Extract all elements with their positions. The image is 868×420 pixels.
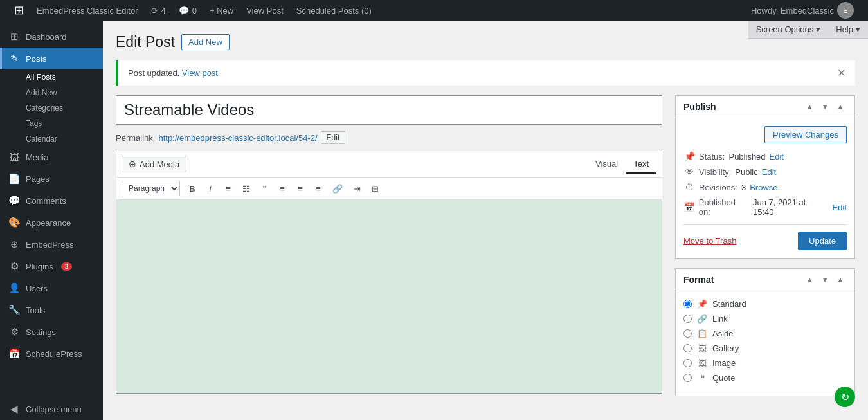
- add-new-button[interactable]: Add New: [181, 34, 230, 50]
- link-button[interactable]: 🔗: [328, 180, 347, 197]
- help-chevron: ▾: [856, 24, 860, 34]
- format-standard-label[interactable]: Standard: [712, 299, 746, 309]
- admin-menu: ⊞ Dashboard ✎ Posts All Posts Add New Ca…: [0, 21, 103, 420]
- status-edit-link[interactable]: Edit: [770, 152, 784, 161]
- visibility-icon: 👁: [683, 167, 695, 177]
- blockquote-icon: ": [263, 184, 266, 194]
- sidebar-item-all-posts[interactable]: All Posts: [0, 69, 103, 85]
- site-name-item[interactable]: EmbedPress Classic Editor: [30, 0, 145, 21]
- new-item[interactable]: + New: [203, 0, 240, 21]
- sidebar-item-categories[interactable]: Categories: [0, 100, 103, 116]
- sidebar-item-plugins[interactable]: ⚙ Plugins 3: [0, 255, 103, 277]
- sidebar-item-pages[interactable]: 📄 Pages: [0, 168, 103, 190]
- editor-wrap: ⊕ Add Media Visual Text Paragraph: [116, 151, 662, 394]
- align-left-button[interactable]: ≡: [274, 180, 291, 197]
- paragraph-select[interactable]: Paragraph: [122, 181, 180, 196]
- visibility-edit-link[interactable]: Edit: [762, 167, 776, 177]
- table-button[interactable]: ⊞: [366, 180, 383, 197]
- format-gallery-label[interactable]: Gallery: [712, 343, 739, 353]
- screen-options-button[interactable]: Screen Options ▾: [748, 21, 829, 39]
- revisions-browse-link[interactable]: Browse: [750, 183, 777, 192]
- published-row: 📅 Published on: Jun 7, 2021 at 15:40 Edi…: [683, 197, 847, 217]
- scheduled-label: Scheduled Posts (0): [296, 6, 372, 15]
- help-button[interactable]: Help ▾: [828, 21, 868, 39]
- updates-count: 4: [161, 6, 166, 15]
- notice-message: Post updated.: [128, 68, 179, 78]
- sidebar-item-users[interactable]: 👤 Users: [0, 277, 103, 299]
- format-link-radio[interactable]: [683, 315, 692, 323]
- update-button[interactable]: Update: [798, 232, 847, 250]
- sidebar-media-label: Media: [26, 152, 48, 162]
- sidebar-item-tools[interactable]: 🔧 Tools: [0, 299, 103, 321]
- sidebar-item-posts[interactable]: ✎ Posts: [0, 48, 103, 69]
- revisions-value: 3: [741, 183, 746, 192]
- ordered-list-button[interactable]: ☷: [238, 180, 255, 197]
- sidebar-item-tags[interactable]: Tags: [0, 116, 103, 131]
- sidebar-item-appearance[interactable]: 🎨 Appearance: [0, 212, 103, 233]
- sidebar-item-comments[interactable]: 💬 Comments: [0, 190, 103, 212]
- published-edit-link[interactable]: Edit: [833, 203, 847, 212]
- preview-changes-button[interactable]: Preview Changes: [764, 126, 847, 143]
- format-standard-radio[interactable]: [683, 300, 692, 308]
- notice-close-button[interactable]: ✕: [837, 67, 845, 79]
- format-gallery-radio[interactable]: [683, 344, 692, 352]
- refresh-button[interactable]: ↻: [835, 387, 855, 407]
- revisions-row: ⏱ Revisions: 3 Browse: [683, 182, 847, 192]
- comments-item[interactable]: 💬 0: [172, 0, 203, 21]
- sidebar-settings-label: Settings: [26, 327, 56, 337]
- new-label: + New: [210, 6, 233, 15]
- unordered-list-button[interactable]: ≡: [220, 180, 237, 197]
- add-media-icon: ⊕: [129, 159, 136, 169]
- align-right-icon: ≡: [316, 184, 321, 194]
- format-image-radio[interactable]: [683, 359, 692, 367]
- format-quote-label[interactable]: Quote: [712, 373, 735, 383]
- wp-logo-item[interactable]: ⊞: [8, 0, 30, 21]
- italic-button[interactable]: I: [202, 180, 219, 197]
- sidebar-appearance-label: Appearance: [26, 218, 71, 228]
- sidebar-item-embedpress[interactable]: ⊕ EmbedPress: [0, 233, 103, 255]
- status-value: Published: [728, 152, 765, 161]
- permalink-url[interactable]: http://embedpress-classic-editor.local/5…: [158, 133, 317, 143]
- bold-button[interactable]: B: [184, 180, 201, 197]
- format-toggle-button[interactable]: ▲: [834, 274, 847, 286]
- format-aside-radio[interactable]: [683, 329, 692, 338]
- sidebar-comments-label: Comments: [26, 196, 66, 206]
- link-icon: 🔗: [332, 184, 343, 194]
- sidebar-item-media[interactable]: 🖼 Media: [0, 147, 103, 168]
- updates-item[interactable]: ⟳ 4: [145, 0, 172, 21]
- embedpress-icon: ⊕: [8, 239, 21, 250]
- editor-area[interactable]: [116, 200, 662, 393]
- add-media-button[interactable]: ⊕ Add Media: [122, 156, 186, 172]
- tab-text[interactable]: Text: [626, 155, 656, 174]
- align-center-button[interactable]: ≡: [292, 180, 309, 197]
- tab-visual[interactable]: Visual: [588, 155, 626, 174]
- format-quote-radio[interactable]: [683, 374, 692, 382]
- permalink-label: Permalink:: [116, 133, 155, 143]
- blockquote-button[interactable]: ": [256, 180, 273, 197]
- publish-collapse-down[interactable]: ▼: [818, 101, 831, 113]
- sidebar-item-schedulepress[interactable]: 📅 SchedulePress: [0, 343, 103, 365]
- indent-button[interactable]: ⇥: [348, 180, 365, 197]
- format-image-label[interactable]: Image: [712, 358, 736, 368]
- sidebar-item-calendar[interactable]: Calendar: [0, 131, 103, 147]
- permalink-edit-button[interactable]: Edit: [321, 131, 346, 144]
- sidebar-item-add-new-post[interactable]: Add New: [0, 85, 103, 100]
- format-link-label[interactable]: Link: [712, 314, 728, 324]
- italic-icon: I: [209, 184, 212, 194]
- format-collapse-down[interactable]: ▼: [818, 274, 831, 286]
- sidebar-item-settings[interactable]: ⚙ Settings: [0, 321, 103, 343]
- sidebar-item-dashboard[interactable]: ⊞ Dashboard: [0, 26, 103, 48]
- view-post-item[interactable]: View Post: [240, 0, 290, 21]
- format-panel-body: 📌 Standard 🔗 Link 📋 Aside: [676, 291, 854, 396]
- view-post-link[interactable]: View post: [182, 68, 218, 78]
- format-aside-label[interactable]: Aside: [712, 329, 734, 338]
- align-right-button[interactable]: ≡: [310, 180, 327, 197]
- publish-collapse-up[interactable]: ▲: [803, 101, 816, 113]
- post-title-input[interactable]: [124, 101, 654, 119]
- publish-toggle-button[interactable]: ▲: [834, 101, 847, 113]
- move-to-trash-button[interactable]: Move to Trash: [683, 236, 736, 246]
- format-collapse-up[interactable]: ▲: [803, 274, 816, 286]
- post-title-wrap: [116, 95, 662, 125]
- avatar[interactable]: E: [837, 2, 854, 19]
- scheduled-item[interactable]: Scheduled Posts (0): [290, 0, 378, 21]
